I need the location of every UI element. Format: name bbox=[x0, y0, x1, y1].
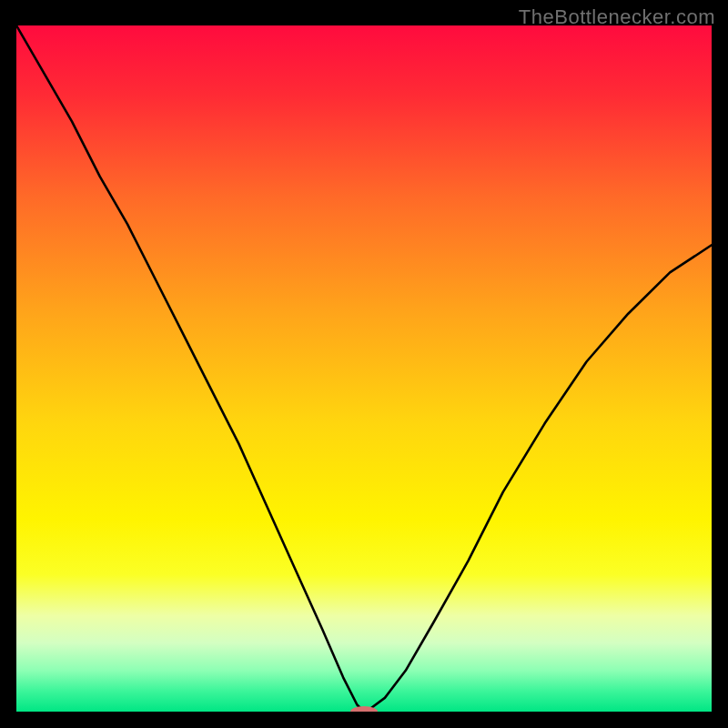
gradient-background bbox=[16, 25, 712, 712]
chart-plot-area bbox=[16, 25, 712, 712]
chart-frame: TheBottlenecker.com bbox=[0, 0, 728, 728]
chart-svg bbox=[16, 25, 712, 712]
watermark-text: TheBottlenecker.com bbox=[519, 5, 715, 29]
